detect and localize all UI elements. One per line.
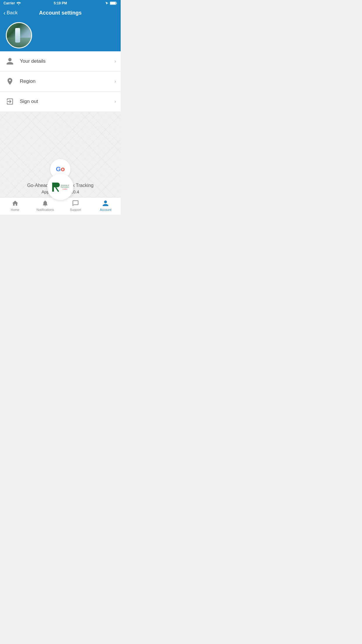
roehampton-r-logo: [52, 182, 60, 192]
chat-icon: [72, 200, 79, 207]
your-details-chevron: ›: [115, 59, 116, 64]
svg-rect-3: [116, 3, 117, 4]
location-pin-icon: [5, 76, 15, 87]
home-icon: [11, 200, 19, 207]
home-tab-label: Home: [11, 208, 19, 211]
sign-out-chevron: ›: [115, 99, 116, 104]
university-name-text: University ofRoehampton: [61, 184, 69, 188]
menu-item-sign-out[interactable]: Sign out ›: [0, 91, 121, 111]
tab-account[interactable]: Account: [91, 197, 121, 215]
svg-point-0: [18, 4, 19, 5]
avatar[interactable]: [6, 22, 32, 48]
account-tab-label: Account: [100, 208, 111, 211]
go-logo-text: Go: [56, 165, 65, 173]
your-details-label: Your details: [20, 58, 115, 64]
university-logo: University ofRoehampton London: [47, 174, 73, 200]
menu-list: Your details › Region › Sign out ›: [0, 51, 121, 111]
svg-rect-2: [110, 2, 116, 4]
avatar-image: [7, 23, 31, 48]
sign-out-label: Sign out: [20, 99, 115, 104]
status-bar: Carrier 5:19 PM: [0, 0, 121, 6]
svg-rect-4: [52, 183, 54, 192]
back-button[interactable]: ‹ Back: [3, 10, 17, 16]
support-tab-label: Support: [70, 208, 81, 211]
region-label: Region: [20, 78, 115, 84]
back-chevron-icon: ‹: [3, 10, 6, 16]
header-area: [0, 19, 121, 51]
university-logo-inner: University ofRoehampton London: [49, 180, 71, 195]
tab-support[interactable]: Support: [60, 197, 91, 215]
menu-item-your-details[interactable]: Your details ›: [0, 51, 121, 71]
university-london-text: London: [61, 188, 69, 190]
region-chevron: ›: [115, 79, 116, 84]
page-title: Account settings: [39, 10, 82, 16]
status-time: 5:19 PM: [54, 1, 67, 5]
location-arrow-icon: [105, 1, 109, 5]
back-label: Back: [7, 10, 18, 16]
tab-home[interactable]: Home: [0, 197, 30, 215]
account-icon: [102, 200, 109, 207]
main-content: Your details › Region › Sign out ›: [0, 19, 121, 215]
wifi-icon: [16, 1, 21, 5]
menu-item-region[interactable]: Region ›: [0, 71, 121, 91]
signout-icon: [5, 96, 15, 107]
person-icon: [5, 56, 15, 66]
tab-notifications[interactable]: Notifications: [30, 197, 61, 215]
bell-icon: [41, 200, 49, 207]
notifications-tab-label: Notifications: [36, 208, 54, 211]
battery-icon: [110, 1, 117, 5]
carrier-label: Carrier: [3, 1, 15, 5]
nav-bar: ‹ Back Account settings: [0, 6, 121, 19]
